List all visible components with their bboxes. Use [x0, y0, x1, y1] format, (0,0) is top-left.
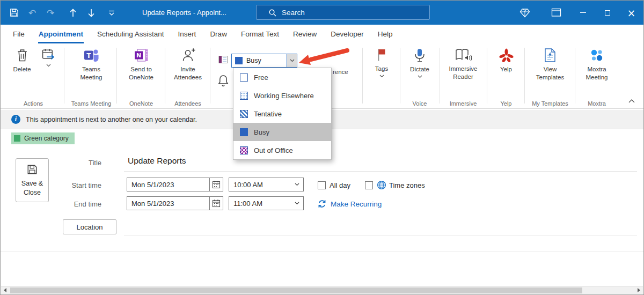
show-as-option-tentative[interactable]: Tentative [233, 105, 331, 123]
group-separator [400, 48, 400, 104]
yelp-icon [499, 48, 514, 63]
time-zones-checkbox[interactable] [365, 181, 373, 189]
forward-button[interactable] [37, 48, 60, 67]
show-as-combobox[interactable]: Busy [231, 54, 297, 68]
out-of-office-pattern-icon [240, 146, 248, 154]
show-as-status-icon [218, 55, 228, 66]
onenote-group-label: OneNote [120, 100, 163, 107]
teams-icon: T [83, 48, 99, 63]
delete-button[interactable]: Delete [8, 48, 36, 73]
calendar-icon [212, 199, 221, 208]
chevron-down-icon [379, 75, 384, 78]
undo-icon[interactable]: ↶ [23, 1, 41, 25]
appointment-title-input[interactable]: Update Reports [128, 156, 186, 166]
group-separator [440, 48, 440, 104]
teams-meeting-button[interactable]: T Teams Meeting [74, 48, 109, 82]
group-separator [487, 48, 487, 104]
option-label: Working Elsewhere [254, 92, 314, 100]
info-message: This appointment is next to another one … [26, 116, 197, 123]
end-date-input[interactable]: Mon 5/1/2023 [127, 196, 223, 210]
tab-review[interactable]: Review [286, 25, 324, 43]
category-label: Green category [24, 135, 69, 142]
tab-insert[interactable]: Insert [171, 25, 203, 43]
actions-group-label: Actions [5, 100, 62, 107]
move-down-icon[interactable] [82, 1, 100, 25]
send-to-onenote-button[interactable]: N Send to OneNote [125, 48, 157, 82]
trash-icon [16, 48, 29, 63]
chevron-down-icon [295, 202, 299, 205]
tab-format-text[interactable]: Format Text [234, 25, 286, 43]
immersive-reader-button[interactable]: Immersive Reader [445, 48, 481, 81]
category-badge[interactable]: Green category [11, 132, 75, 144]
show-as-option-busy[interactable]: Busy [233, 123, 331, 141]
group-separator [165, 48, 165, 104]
coming-soon-gem-icon[interactable] [513, 1, 537, 25]
divider [1, 252, 643, 252]
maximize-button[interactable] [595, 1, 619, 25]
time-zones-label[interactable]: Time zones [389, 181, 425, 189]
all-day-label[interactable]: All day [330, 181, 350, 189]
show-as-option-free[interactable]: Free [233, 68, 331, 86]
all-day-checkbox[interactable] [318, 181, 326, 189]
tab-developer[interactable]: Developer [324, 25, 371, 43]
location-button[interactable]: Location [63, 219, 116, 234]
tab-help[interactable]: Help [371, 25, 400, 43]
tab-appointment[interactable]: Appointment [32, 25, 90, 43]
start-date-picker-button[interactable] [209, 178, 223, 191]
option-label: Tentative [254, 110, 282, 118]
voice-group-label: Voice [403, 100, 436, 107]
horizontal-scrollbar[interactable] [1, 286, 643, 294]
info-icon: i [11, 115, 20, 124]
show-as-option-out-of-office[interactable]: Out of Office [233, 141, 331, 159]
end-date-picker-button[interactable] [209, 197, 223, 210]
pop-out-window-icon[interactable] [544, 1, 568, 25]
start-time-label: Start time [54, 181, 101, 189]
teams-group-label: Teams Meeting [68, 100, 114, 107]
scroll-right-button[interactable] [635, 286, 643, 294]
flag-icon [376, 48, 387, 62]
forward-calendar-icon [41, 48, 56, 62]
window-title: Update Reports - Appoint... [142, 9, 226, 17]
customize-quick-access-icon[interactable] [103, 1, 121, 25]
start-date-input[interactable]: Mon 5/1/2023 [127, 178, 223, 191]
save-icon[interactable] [5, 1, 23, 25]
scroll-left-button[interactable] [1, 286, 9, 294]
tab-scheduling-assistant[interactable]: Scheduling Assistant [90, 25, 171, 43]
group-separator [116, 48, 117, 104]
make-recurring-link[interactable]: Make Recurring [317, 199, 382, 209]
dictate-button[interactable]: Dictate [407, 48, 433, 78]
move-up-icon[interactable] [64, 1, 82, 25]
search-input[interactable]: Search [256, 5, 430, 20]
divider [124, 235, 637, 235]
conference-button-partial-label[interactable]: rence [333, 69, 348, 75]
close-button[interactable]: × [619, 1, 643, 25]
immersive-group-label: Immersive [443, 100, 484, 107]
invite-attendees-button[interactable]: Invite Attendees [171, 48, 204, 82]
collapse-ribbon-button[interactable] [628, 95, 635, 105]
tags-button[interactable]: Tags [369, 48, 394, 78]
minimize-button[interactable] [571, 1, 595, 25]
save-and-close-button[interactable]: Save & Close [16, 158, 49, 202]
category-color-icon [14, 135, 20, 142]
group-separator [64, 48, 64, 104]
chevron-down-icon [46, 64, 51, 67]
tab-draw[interactable]: Draw [203, 25, 234, 43]
tab-file[interactable]: File [6, 25, 32, 43]
templates-document-icon [544, 48, 557, 63]
yelp-button[interactable]: Yelp [494, 48, 518, 73]
end-time-combobox[interactable]: 11:00 AM [229, 196, 304, 210]
redo-icon[interactable]: ↷ [41, 1, 60, 25]
moxtra-meeting-button[interactable]: Moxtra Meeting [581, 48, 612, 82]
search-placeholder: Search [282, 9, 305, 17]
start-time-combobox[interactable]: 10:00 AM [229, 178, 304, 191]
immersive-reader-icon [455, 48, 472, 62]
show-as-dropdown-menu: Free Working Elsewhere Tentative Busy Ou… [233, 68, 332, 160]
view-templates-button[interactable]: View Templates [534, 48, 566, 82]
option-label: Busy [254, 128, 269, 136]
tentative-pattern-icon [240, 110, 248, 118]
group-separator [524, 48, 525, 104]
save-icon [26, 164, 38, 175]
scrollbar-thumb[interactable] [10, 287, 582, 293]
show-as-option-working-elsewhere[interactable]: Working Elsewhere [233, 86, 331, 105]
group-separator [362, 48, 363, 104]
